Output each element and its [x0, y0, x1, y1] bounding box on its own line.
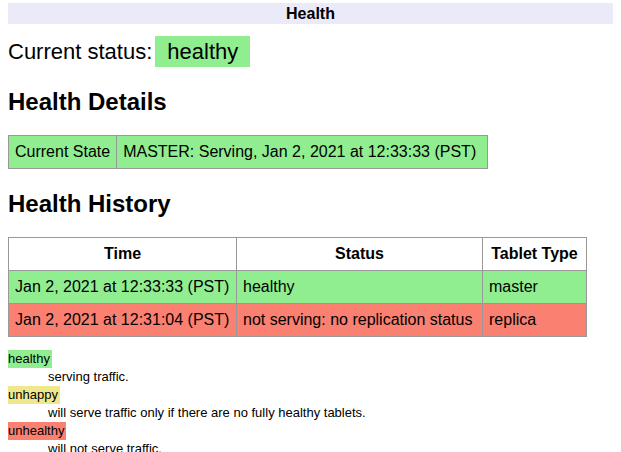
- legend-description: serving traffic.: [48, 368, 613, 386]
- history-time-cell: Jan 2, 2021 at 12:33:33 (PST): [9, 271, 237, 304]
- history-status-cell: healthy: [237, 271, 483, 304]
- history-tablet-type-cell: master: [483, 271, 587, 304]
- page-title: Health: [8, 3, 613, 24]
- current-status-label: Current status:: [8, 39, 152, 64]
- health-details-table: Current State MASTER: Serving, Jan 2, 20…: [8, 135, 488, 169]
- legend-term-healthy: healthy: [8, 350, 52, 368]
- column-header-time: Time: [9, 238, 237, 271]
- status-legend: healthy serving traffic. unhappy will se…: [8, 350, 613, 452]
- current-status-line: Current status:healthy: [8, 36, 613, 67]
- legend-description: will serve traffic only if there are no …: [48, 404, 613, 422]
- history-time-cell: Jan 2, 2021 at 12:31:04 (PST): [9, 304, 237, 337]
- health-details-heading: Health Details: [8, 88, 613, 116]
- legend-term-unhappy: unhappy: [8, 386, 60, 404]
- history-status-cell: not serving: no replication status: [237, 304, 483, 337]
- health-history-table: Time Status Tablet Type Jan 2, 2021 at 1…: [8, 237, 587, 337]
- legend-term-unhealthy: unhealthy: [8, 422, 66, 440]
- history-tablet-type-cell: replica: [483, 304, 587, 337]
- table-row: Jan 2, 2021 at 12:33:33 (PST) healthy ma…: [9, 271, 587, 304]
- legend-description: will not serve traffic.: [48, 440, 613, 452]
- current-status-badge: healthy: [155, 36, 250, 67]
- history-header-row: Time Status Tablet Type: [9, 238, 587, 271]
- column-header-tablet-type: Tablet Type: [483, 238, 587, 271]
- column-header-status: Status: [237, 238, 483, 271]
- current-state-row: Current State MASTER: Serving, Jan 2, 20…: [9, 136, 488, 169]
- current-state-label-cell: Current State: [9, 136, 117, 169]
- health-history-heading: Health History: [8, 190, 613, 218]
- current-state-value-cell: MASTER: Serving, Jan 2, 2021 at 12:33:33…: [117, 136, 488, 169]
- table-row: Jan 2, 2021 at 12:31:04 (PST) not servin…: [9, 304, 587, 337]
